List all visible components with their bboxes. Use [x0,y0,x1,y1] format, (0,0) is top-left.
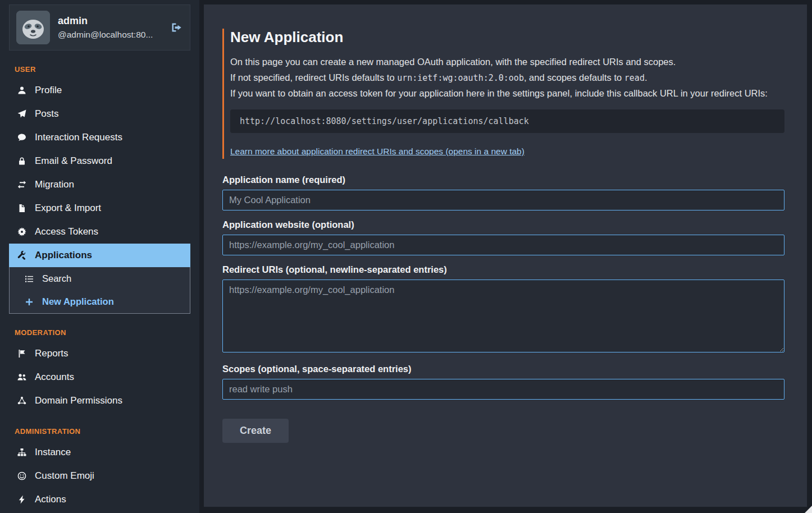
plus-icon [24,297,34,306]
redirect-uris-label: Redirect URIs (optional, newline-separat… [222,264,784,275]
smiley-icon [17,471,26,480]
sidebar-item-label: Email & Password [35,155,112,167]
sidebar-item-label: Interaction Requests [35,132,122,143]
wrench-icon [17,251,26,260]
submenu-item-new-application[interactable]: New Application [10,290,190,313]
sidebar-item-label: Domain Permissions [35,395,122,406]
application-website-field: Application website (optional) [222,219,784,255]
sidebar-item-label: Profile [35,85,62,96]
file-icon [17,204,26,213]
sidebar-item-label: Custom Emoji [35,470,94,482]
sidebar-item-actions[interactable]: Actions [9,488,190,511]
sidebar-item-reports[interactable]: Reports [9,342,190,365]
intro-line-2: If not specified, redirect URIs defaults… [230,71,784,85]
applications-group: Applications Search New Application [9,244,190,314]
exchange-arrows-icon [17,180,26,189]
sitemap-icon [17,448,26,457]
circle-nodes-icon [17,396,26,405]
intro-line-3: If you want to obtain an access token fo… [230,86,784,100]
docs-section: New Application On this page you can cre… [222,29,784,159]
section-header-administration: ADMINISTRATION [15,427,185,436]
user-card[interactable]: admin @admin@localhost:80... [9,4,190,51]
sidebar-item-instance[interactable]: Instance [9,441,190,464]
sidebar-item-accounts[interactable]: Accounts [9,365,190,389]
users-icon [17,373,26,382]
sidebar-item-label: Export & Import [35,203,101,214]
application-website-label: Application website (optional) [222,219,784,230]
main-area: New Application On this page you can cre… [199,0,812,513]
intro-line-1: On this page you can create a new manage… [230,55,784,69]
sidebar-item-label: Actions [35,494,66,505]
flag-icon [17,349,26,358]
list-icon [24,274,34,283]
sidebar-item-label: Migration [35,179,74,190]
avatar [16,11,50,44]
settings-app: admin @admin@localhost:80... USER Profil… [0,0,812,513]
application-name-input[interactable] [222,190,784,210]
sidebar-item-label: Accounts [35,372,74,383]
logout-icon[interactable] [170,21,183,34]
comment-icon [17,133,26,142]
sidebar-item-label: Instance [35,447,71,458]
sidebar-item-export-import[interactable]: Export & Import [9,196,190,220]
sidebar-item-applications[interactable]: Applications [9,244,190,267]
application-name-field: Application name (required) [222,175,784,210]
new-application-form: Application name (required) Application … [222,175,784,443]
sidebar-item-email-password[interactable]: Email & Password [9,149,190,173]
section-header-moderation: MODERATION [15,328,185,337]
submenu-item-label: Search [42,273,71,284]
sidebar-item-label: Posts [35,108,59,120]
page-title: New Application [230,29,784,46]
learn-more-link[interactable]: Learn more about application redirect UR… [230,146,524,157]
content-panel: New Application On this page you can cre… [204,4,807,507]
sidebar-item-custom-emoji[interactable]: Custom Emoji [9,464,190,488]
sidebar-item-access-tokens[interactable]: Access Tokens [9,220,190,244]
application-name-label: Application name (required) [222,175,784,185]
user-meta: admin @admin@localhost:80... [58,15,162,40]
sidebar-item-domain-permissions[interactable]: Domain Permissions [9,389,190,413]
submenu-item-label: New Application [42,296,114,307]
scopes-input[interactable] [222,379,784,400]
scrollbar[interactable] [807,0,812,513]
scopes-field: Scopes (optional, space-separated entrie… [222,364,784,400]
callback-url-code-block: http://localhost:8080/settings/user/appl… [230,109,784,133]
sidebar-item-interaction-requests[interactable]: Interaction Requests [9,126,190,149]
redirect-uris-textarea[interactable] [222,280,784,352]
paper-plane-icon [17,109,26,118]
applications-submenu: Search New Application [10,267,190,313]
lock-icon [17,157,26,166]
sidebar-menu: USER Profile Posts Interaction Requests [9,65,190,511]
scopes-label: Scopes (optional, space-separated entrie… [222,364,784,374]
resize-grip-icon[interactable] [805,506,812,513]
sidebar: admin @admin@localhost:80... USER Profil… [0,0,199,513]
section-header-user: USER [15,65,185,74]
bolt-icon [17,495,26,504]
submenu-item-search[interactable]: Search [10,267,190,290]
sidebar-item-label: Applications [35,250,92,261]
create-button[interactable]: Create [222,419,289,443]
application-website-input[interactable] [222,235,784,255]
sidebar-item-profile[interactable]: Profile [9,79,190,102]
sidebar-item-label: Reports [35,348,69,359]
redirect-uris-field: Redirect URIs (optional, newline-separat… [222,264,784,355]
user-icon [17,86,26,95]
sidebar-item-migration[interactable]: Migration [9,173,190,196]
user-handle: @admin@localhost:80... [58,30,162,40]
inline-code-oob: urn:ietf:wg:oauth:2.0:oob [397,73,524,83]
inline-code-read: read [624,73,645,83]
username: admin [58,15,162,27]
sidebar-item-label: Access Tokens [35,226,98,237]
certificate-icon [17,227,26,236]
sidebar-item-posts[interactable]: Posts [9,102,190,126]
